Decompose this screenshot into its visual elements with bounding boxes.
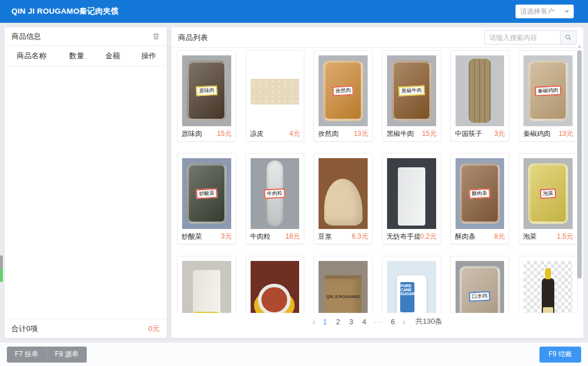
product-name: 黑椒牛肉 [386, 129, 414, 139]
checkout-button[interactable]: F9 结账 [539, 347, 581, 363]
product-photo-label: 炒酸菜 [196, 188, 218, 199]
product-image: 炒酸菜 [182, 158, 231, 229]
column-action: 操作 [131, 51, 167, 61]
product-card[interactable]: 无纺布手提 0.2元 [382, 153, 441, 244]
product-caption: 秦椒鸡肉 13元 [519, 126, 577, 141]
left-scroll-indicator-gray [0, 255, 3, 268]
scrollbar-up-arrow-icon[interactable]: ▴ [577, 43, 582, 49]
product-card[interactable]: 秦椒鸡肉 秦椒鸡肉 13元 [518, 50, 578, 142]
pagination: ‹ 1234···6 › 共130条 [171, 313, 583, 330]
product-card[interactable]: PURE CANE SUGAR [382, 256, 441, 313]
pagination-page-6[interactable]: 6 [389, 317, 396, 326]
app-root: QIN JI ROUGAMO秦记肉夹馍 请选择客户 商品信息 商品名称 数量 金… [0, 0, 588, 366]
product-card[interactable]: QIN JI ROUGAMO [313, 256, 373, 313]
product-card[interactable] [518, 256, 578, 313]
product-photo-label: 泡菜 [540, 188, 557, 199]
product-caption: 酥肉条 8元 [451, 229, 509, 244]
pagination-page-4[interactable]: 4 [361, 317, 368, 326]
product-list-header: 商品列表 [171, 27, 583, 48]
left-scroll-indicator-green [0, 268, 3, 282]
product-photo-label: QIN JI ROUGAMO [322, 295, 364, 299]
product-caption: 孜然肉 13元 [314, 126, 372, 141]
product-card[interactable]: 炒酸菜 炒酸菜 3元 [177, 153, 236, 244]
clear-cart-button[interactable] [152, 33, 160, 40]
order-button-group: F7 挂单 F8 源单 [7, 347, 87, 363]
cart-column-headers: 商品名称 数量 金额 操作 [5, 46, 167, 66]
product-caption: 无纺布手提 0.2元 [382, 229, 441, 244]
product-name: 豆浆 [318, 232, 332, 242]
product-image: 黑椒牛肉 [387, 55, 436, 126]
customer-select[interactable]: 请选择客户 [515, 5, 574, 18]
product-image [182, 261, 231, 313]
hold-order-button[interactable]: F7 挂单 [7, 347, 47, 363]
product-grid: 原味肉 原味肉 15元 凉皮 4元 孜然肉 孜然肉 13元 黑椒牛肉 黑椒牛肉 … [177, 50, 578, 313]
product-price: 6.3元 [352, 232, 368, 242]
product-price: 8元 [494, 232, 505, 242]
pagination-page-2[interactable]: 2 [335, 317, 341, 326]
product-price: 3元 [494, 129, 505, 139]
pagination-prev[interactable]: ‹ [312, 317, 315, 326]
product-caption: 豆浆 6.3元 [314, 229, 372, 244]
product-card[interactable] [177, 256, 236, 313]
chevron-down-icon [565, 10, 569, 13]
cart-summary: 合计0项 0元 [5, 319, 167, 338]
product-caption: 牛肉粒 18元 [246, 229, 304, 244]
trash-icon [152, 33, 160, 40]
search-input[interactable] [484, 30, 561, 45]
product-image [319, 158, 368, 229]
cart-total-count: 合计0项 [11, 324, 38, 334]
scrollbar-thumb[interactable] [577, 50, 582, 279]
product-photo-label: 孜然肉 [332, 86, 354, 96]
column-product-name: 商品名称 [5, 51, 59, 61]
product-image: QIN JI ROUGAMO [319, 261, 368, 313]
product-image: 口水鸡 [456, 261, 505, 313]
cart-title: 商品信息 [11, 31, 41, 42]
search-button[interactable] [561, 30, 577, 45]
product-price: 15元 [422, 129, 436, 139]
product-card[interactable]: 原味肉 原味肉 15元 [177, 50, 236, 142]
product-name: 泡菜 [523, 232, 537, 242]
product-price: 13元 [354, 129, 368, 139]
top-header: QIN JI ROUGAMO秦记肉夹馍 请选择客户 [0, 0, 588, 23]
product-name: 秦椒鸡肉 [523, 129, 550, 139]
product-card[interactable]: 泡菜 泡菜 1.5元 [518, 153, 578, 244]
product-image [251, 55, 300, 126]
product-card[interactable]: 牛肉粒 牛肉粒 18元 [245, 153, 305, 244]
product-card[interactable]: 凉皮 4元 [245, 50, 305, 142]
product-card[interactable]: 孜然肉 孜然肉 13元 [313, 50, 373, 142]
cart-empty-body [5, 66, 167, 319]
pagination-ellipsis[interactable]: ··· [374, 317, 383, 326]
catalog-title: 商品列表 [178, 33, 208, 43]
product-photo-label: 酥肉条 [469, 188, 491, 199]
product-card[interactable]: 豆浆 6.3元 [313, 153, 373, 244]
product-image: 泡菜 [523, 158, 573, 229]
cart-total-amount: 0元 [148, 324, 160, 334]
product-photo-label: 牛肉粒 [264, 188, 286, 199]
product-card[interactable] [245, 256, 305, 313]
product-caption: 原味肉 15元 [178, 126, 236, 141]
product-caption: 中国筷子 3元 [451, 126, 509, 141]
product-price: 1.5元 [557, 232, 573, 242]
product-name: 酥肉条 [455, 232, 476, 242]
source-order-button[interactable]: F8 源单 [47, 347, 86, 363]
product-image [387, 158, 436, 229]
product-name: 凉皮 [250, 129, 264, 139]
customer-select-value: 请选择客户 [520, 7, 554, 17]
product-card[interactable]: 口水鸡 [450, 256, 510, 313]
pagination-page-3[interactable]: 3 [348, 317, 355, 326]
product-image: 孜然肉 [319, 55, 368, 126]
app-title: QIN JI ROUGAMO秦记肉夹馍 [11, 6, 119, 17]
product-image: 牛肉粒 [251, 158, 300, 229]
product-image [251, 261, 300, 313]
product-card[interactable]: 酥肉条 酥肉条 8元 [450, 153, 510, 244]
pagination-next[interactable]: › [402, 317, 405, 326]
pagination-pages: 1234···6 [321, 317, 396, 326]
product-image: PURE CANE SUGAR [387, 261, 436, 313]
product-name: 原味肉 [182, 129, 202, 139]
product-price: 13元 [559, 129, 573, 139]
product-caption: 泡菜 1.5元 [519, 229, 577, 244]
cart-panel-header: 商品信息 [5, 27, 167, 46]
pagination-page-1[interactable]: 1 [321, 317, 328, 326]
product-card[interactable]: 黑椒牛肉 黑椒牛肉 15元 [382, 50, 441, 142]
product-card[interactable]: 中国筷子 3元 [450, 50, 510, 142]
